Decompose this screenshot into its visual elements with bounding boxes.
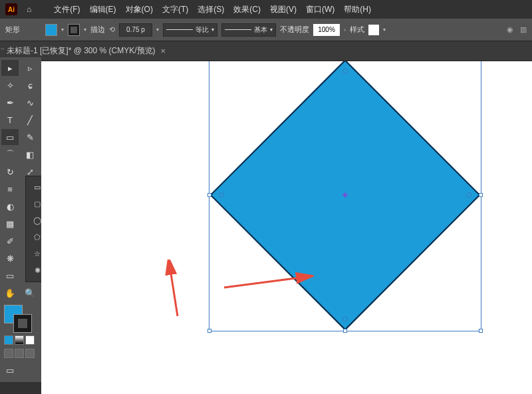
menu-text[interactable]: 文字(T) (162, 4, 188, 15)
menu-view[interactable]: 视图(V) (270, 4, 297, 15)
stroke-weight-input[interactable] (119, 23, 152, 37)
handle-r[interactable] (479, 193, 483, 197)
shape-builder-tool[interactable]: ◐ (1, 198, 19, 214)
menu-help[interactable]: 帮助(H) (344, 4, 371, 15)
stroke-label: 描边 (90, 25, 105, 35)
svg-line-1 (170, 265, 178, 316)
curvature-tool[interactable]: ∿ (21, 95, 39, 110)
corner-widget[interactable] (466, 192, 471, 198)
menu-file[interactable]: 文件(F) (54, 4, 80, 15)
stroke-swatch[interactable] (68, 24, 80, 36)
zoom-tool[interactable]: 🔍 (21, 285, 39, 301)
align-icon[interactable]: ▥ (520, 25, 527, 34)
symbol-sprayer-tool[interactable]: ❋ (1, 250, 19, 266)
draw-inside-icon[interactable] (25, 349, 35, 358)
rounded-rectangle-icon: ▢ (33, 200, 42, 209)
shape-name-label: 矩形 (5, 25, 41, 35)
profile-combo[interactable]: 等比▾ (163, 23, 217, 37)
bounding-box (209, 61, 481, 331)
draw-modes (1, 347, 40, 359)
opacity-label: 不透明度 (280, 25, 309, 35)
style-swatch[interactable] (368, 25, 379, 35)
handle-bl[interactable] (207, 329, 211, 333)
style-dropdown-icon[interactable]: ▾ (383, 27, 386, 33)
lasso-tool[interactable]: ɕ (21, 77, 39, 93)
rectangle-icon: ▭ (33, 183, 42, 192)
eraser-tool[interactable]: ◧ (21, 146, 39, 162)
opacity-input[interactable] (313, 24, 340, 36)
gradient-mode-icon[interactable] (15, 335, 24, 345)
menu-object[interactable]: 对象(O) (126, 4, 153, 15)
annotation-arrow-up (161, 260, 188, 319)
ellipse-icon: ◯ (33, 216, 42, 226)
close-tab-icon[interactable]: × (161, 46, 166, 56)
home-icon[interactable]: ⌂ (27, 5, 31, 14)
direct-selection-tool[interactable]: ▹ (21, 60, 39, 76)
type-tool[interactable]: T (1, 112, 19, 128)
draw-normal-icon[interactable] (4, 349, 13, 358)
menu-select[interactable]: 选择(S) (198, 4, 224, 15)
line-tool[interactable]: ╱ (21, 112, 39, 128)
handle-b[interactable] (343, 329, 347, 333)
handle-l[interactable] (207, 193, 211, 197)
menu-edit[interactable]: 编辑(E) (90, 4, 116, 15)
eyedropper-tool[interactable]: ✐ (1, 233, 19, 249)
opacity-arrow-icon[interactable]: › (344, 27, 346, 33)
corner-widget[interactable] (342, 316, 348, 321)
stroke-color-icon[interactable] (13, 314, 32, 333)
app-logo-icon: Ai (5, 3, 17, 15)
color-mode-icon[interactable] (4, 335, 13, 345)
corner-widget[interactable] (342, 69, 348, 74)
brush-combo[interactable]: 基本▾ (221, 23, 276, 37)
stroke-dropdown-icon[interactable]: ▾ (84, 27, 86, 33)
recolor-icon[interactable]: ◉ (507, 25, 513, 34)
pen-tool[interactable]: ✒ (1, 95, 19, 110)
document-tab-title[interactable]: 未标题-1 [已恢复]* @ 300 % (CMYK/预览) (7, 45, 156, 57)
selected-shape[interactable] (209, 61, 481, 331)
none-mode-icon[interactable] (25, 335, 35, 345)
shaper-tool[interactable]: ⌒ (1, 146, 19, 162)
handle-br[interactable] (479, 329, 483, 333)
polygon-icon: ⬠ (33, 233, 42, 242)
magic-wand-tool[interactable]: ✧ (1, 77, 19, 93)
link-icon[interactable]: ⟲ (109, 25, 115, 34)
fill-swatch[interactable] (45, 24, 57, 36)
paintbrush-tool[interactable]: ✎ (21, 129, 39, 145)
screen-mode-tool[interactable]: ▭ (1, 361, 19, 379)
menu-effect[interactable]: 效果(C) (233, 4, 261, 15)
selection-tool[interactable]: ▸ (1, 60, 19, 76)
fill-stroke-control[interactable] (1, 302, 40, 333)
hand-tool[interactable]: ✋ (1, 285, 19, 301)
width-tool[interactable]: ≡ (1, 181, 19, 197)
canvas-area[interactable] (41, 61, 532, 394)
color-mode-row (1, 334, 40, 346)
rectangle-tool[interactable]: ▭ (1, 129, 19, 145)
menu-window[interactable]: 窗口(W) (306, 4, 334, 15)
star-icon: ☆ (33, 250, 42, 259)
corner-widget[interactable] (219, 192, 224, 198)
mesh-tool[interactable]: ▩ (1, 216, 19, 232)
fill-dropdown-icon[interactable]: ▾ (61, 27, 64, 33)
flare-icon: ✺ (33, 266, 42, 276)
artboard-tool[interactable]: ▭ (1, 268, 19, 284)
weight-dropdown-icon[interactable]: ▾ (156, 27, 159, 33)
style-label: 样式 (350, 25, 364, 35)
center-point-icon (342, 192, 348, 198)
toolbar-collapse-icon[interactable] (0, 43, 5, 55)
draw-behind-icon[interactable] (15, 349, 24, 358)
rotate-tool[interactable]: ↻ (1, 164, 19, 180)
